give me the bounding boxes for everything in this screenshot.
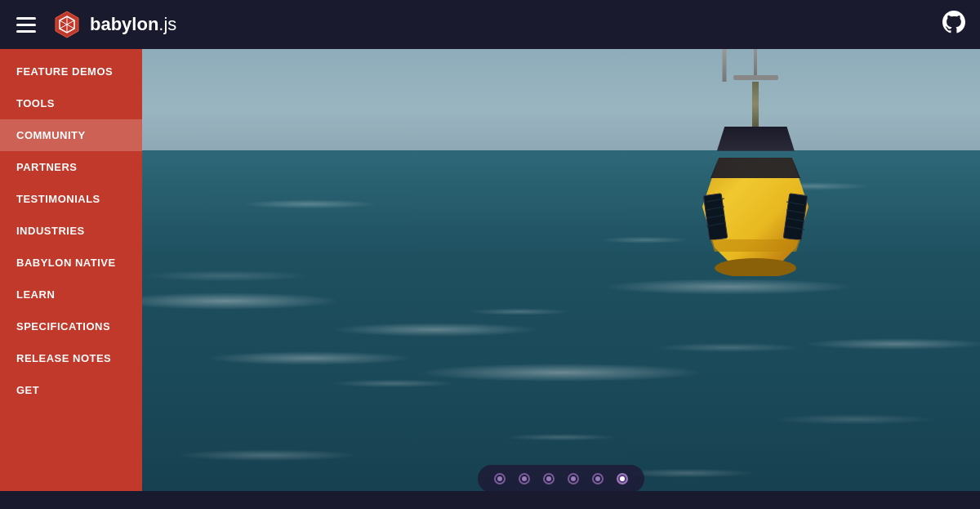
hamburger-button[interactable] [13, 14, 39, 36]
foam [142, 258, 980, 402]
svg-point-18 [715, 258, 796, 276]
buoy-body-svg [702, 150, 808, 276]
carousel-dot-2[interactable] [519, 473, 530, 484]
ocean-scene [142, 49, 980, 509]
carousel-dot-1[interactable] [494, 473, 506, 484]
carousel-dot-4[interactable] [568, 473, 579, 484]
sidebar-item-feature-demos[interactable]: FEATURE DEMOS [0, 56, 142, 87]
sidebar-item-specifications[interactable]: SPECIFICATIONS [0, 310, 142, 342]
sidebar: FEATURE DEMOS TOOLS COMMUNITY PARTNERS T… [0, 49, 142, 509]
carousel-dots [478, 465, 644, 493]
main-container: FEATURE DEMOS TOOLS COMMUNITY PARTNERS T… [0, 49, 980, 509]
sidebar-item-learn[interactable]: LEARN [0, 279, 142, 310]
sidebar-item-babylon-native[interactable]: BABYLON NATIVE [0, 247, 142, 279]
ocean [142, 150, 980, 509]
mast-horizontal [733, 75, 778, 80]
sidebar-item-industries[interactable]: INDUSTRIES [0, 215, 142, 247]
sidebar-item-get[interactable]: GET [0, 374, 142, 406]
mast-vertical [752, 82, 759, 127]
sky [142, 49, 980, 150]
logo-icon [52, 10, 82, 39]
svg-marker-17 [710, 239, 800, 252]
sidebar-item-community[interactable]: COMMUNITY [0, 119, 142, 151]
hamburger-line-3 [16, 30, 36, 33]
bottom-strip [0, 491, 980, 509]
header: babylon.js [0, 0, 980, 49]
sidebar-item-testimonials[interactable]: TESTIMONIALS [0, 183, 142, 215]
logo-bold: babylon [90, 14, 158, 34]
carousel-dot-3[interactable] [543, 473, 555, 484]
logo-light: .js [158, 14, 176, 34]
buoy-top-dark [717, 127, 795, 151]
hamburger-line-2 [16, 24, 36, 26]
carousel-dot-6[interactable] [617, 473, 628, 484]
content-area [142, 49, 980, 509]
buoy-cable [754, 49, 757, 75]
logo-text: babylon.js [90, 14, 176, 35]
svg-marker-6 [710, 158, 800, 178]
hamburger-line-1 [16, 17, 36, 20]
sidebar-item-tools[interactable]: TOOLS [0, 87, 142, 119]
github-button[interactable] [941, 9, 967, 41]
sidebar-item-release-notes[interactable]: RELEASE NOTES [0, 342, 142, 374]
header-left: babylon.js [13, 10, 176, 39]
logo-area[interactable]: babylon.js [52, 10, 176, 39]
carousel-dot-5[interactable] [592, 473, 604, 484]
sidebar-item-partners[interactable]: PARTNERS [0, 151, 142, 183]
buoy-container [682, 49, 829, 276]
